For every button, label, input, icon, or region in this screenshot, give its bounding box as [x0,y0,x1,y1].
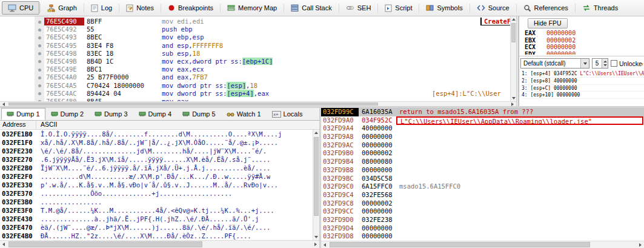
dump-tab-dump-4[interactable]: Dump 4 [133,108,178,120]
dump-row[interactable]: 032FE430..............à..jhä/.Ë..jPF{.H(… [0,215,313,223]
tab-call-stack[interactable]: Call Stack [285,1,338,15]
scroll-left-icon[interactable] [0,241,7,248]
scroll-down-icon[interactable] [511,95,516,101]
tab-graph[interactable]: Graph [41,1,83,15]
breakpoint-bullet-icon[interactable] [35,25,44,33]
scroll-up-icon[interactable] [511,16,516,22]
stack-horizontal-scrollbar[interactable] [321,241,644,248]
breakpoint-bullet-icon[interactable] [35,65,44,73]
dump-row[interactable]: 032FE230\é/.\é/.8å/..............jd\M...… [0,147,313,155]
dump-tab-locals[interactable]: x=Locals [267,108,308,120]
dump-vertical-scrollbar[interactable] [313,130,319,240]
dump-row[interactable]: 032FE370.............Ôöo.............+j.… [0,189,313,198]
dump-panel[interactable]: Dump 1Dump 2Dump 3Dump 4Dump 5Watch 1x=L… [0,108,319,248]
disasm-row[interactable]: 76E5C49583E4 F8and esp,FFFFFFF8 [0,42,510,50]
dump-tab-dump-1[interactable]: Dump 1 [1,108,45,120]
argument-row[interactable]: 4: [esp+10] 00000000 [522,92,644,99]
scrollbar-thumb[interactable] [314,137,319,216]
dump-row[interactable]: 032FE1B0Ì.O.Ì.O.ÿÿÿÿ....8å/........f....… [0,130,313,138]
tab-references[interactable]: References [517,1,574,15]
disasm-row[interactable]: 76E5C4A5C70424 18000000mov dword ptr ss:… [0,82,510,90]
scrollbar-thumb[interactable] [8,102,378,106]
stack-row[interactable]: 032FD9D400000000 [321,224,644,233]
tab-log[interactable]: Log [85,1,118,15]
chevron-down-icon[interactable] [580,59,589,68]
stack-row[interactable]: 032FD9CC00000000 [321,207,644,216]
disasm-row[interactable]: 76E5C49E8BC1mov eax,ecx [0,65,510,73]
stack-row[interactable]: 032FD9B800000000 [321,166,644,175]
scroll-left-icon[interactable] [321,241,328,248]
tab-memory-map[interactable]: Memory Map [221,1,283,15]
argument-row[interactable]: 1: [esp+4] 034F952C L"C:\\Users\\IEUser\… [522,70,644,78]
breakpoint-bullet-icon[interactable] [35,58,44,65]
dump-row[interactable]: 032FE470èä/.(jW¨....@æ/..Þ*jX\M......)j.… [0,223,313,232]
dump-row[interactable]: 032FE1F0xå/.hå/.X\M.8å/.hå/.8å/..jW¨|å/.… [0,138,313,147]
stack-row[interactable]: 032FD9D800000000 [321,232,644,241]
breakpoint-bullet-icon[interactable] [35,42,44,50]
tab-source[interactable]: Source [471,1,516,15]
stack-row[interactable]: 032FD9D0032FE238 [321,216,644,224]
tab-threads[interactable]: Threads [576,1,624,15]
stack-row[interactable]: 032FD9A440000000 [321,124,644,133]
checkbox-icon[interactable] [611,60,617,67]
stack-row[interactable]: 032FD9C06A15FFC0msado15.6A15FFC0 [321,183,644,191]
stack-row[interactable]: 032FD9BC034D5C58 [321,175,644,183]
register-row[interactable]: EAX00000000 [525,30,644,37]
scroll-right-icon[interactable] [509,102,516,106]
breakpoint-bullet-icon[interactable] [35,73,44,81]
disasm-row[interactable]: 76E5C4A025 B77F0000and eax,7FB7 [0,73,510,81]
register-row[interactable]: ECX00000000 [525,44,644,51]
scroll-right-icon[interactable] [637,241,644,248]
dump-row[interactable]: 032FE2B0ÏjW¨X\M....¨é/..6.jÿÿÿÿ.å/.ïÄ.jX… [0,164,313,172]
register-row[interactable]: EBX00000002 [525,37,644,44]
dump-row[interactable]: 032FE4B0ĐÅ......HZ.."2z....\é/....X\M...… [0,232,313,240]
argument-row[interactable]: 3: [esp+C] 00000000 [522,85,644,92]
tab-notes[interactable]: Notes [120,1,160,15]
stack-row[interactable]: 032FD99C6A16035Areturn to msado15.6A1603… [321,108,644,116]
scrollbar-thumb[interactable] [330,242,590,247]
breakpoint-bullet-icon[interactable] [35,82,44,90]
tab-symbols[interactable]: Symbols [420,1,468,15]
hide-fpu-button[interactable]: Hide FPU [528,18,568,28]
scroll-left-icon[interactable] [0,102,7,106]
calling-convention-select[interactable]: Default (stdcall) [520,58,589,69]
disasm-row[interactable]: 76E5C4908BFFmov edi,ediCreateFileW [0,18,510,25]
spinner-arrows-icon[interactable] [602,59,608,68]
tab-seh[interactable]: SEH [340,1,377,15]
tab-cpu[interactable]: CPU [2,1,39,15]
stack-row[interactable]: 032FD9A800000000 [321,133,644,141]
disasm-row[interactable]: 76E5C49B8B4D 1Cmov ecx,dword ptr ss:[ebp… [0,58,510,65]
dump-row[interactable]: 032FE270.6.jÿÿÿÿÅå/.Ë3.jX\M.ïå/.....ÿÿÿÿ… [0,155,313,164]
disasm-row[interactable]: 76E5C4938BECmov ebp,esp [0,33,510,41]
stack-row[interactable]: 032FD9C800000002 [321,199,644,208]
dump-tab-watch-1[interactable]: Watch 1 [221,108,267,120]
tab-script[interactable]: Script [379,1,418,15]
stack-row[interactable]: 032FD9AC00000000 [321,141,644,150]
dump-row[interactable]: 032FE3F0T.M.@å/......¼K...M...........4å… [0,206,313,215]
dump-tab-dump-5[interactable]: Dump 5 [177,108,221,120]
scroll-down-icon[interactable] [313,234,319,240]
dump-horizontal-scrollbar[interactable] [0,240,319,248]
breakpoint-bullet-icon[interactable] [35,90,44,98]
dump-tab-dump-3[interactable]: Dump 3 [89,108,133,120]
stack-panel[interactable]: 032FD99C6A16035Areturn to msado15.6A1603… [321,108,644,248]
dump-row[interactable]: 032FE330p'.w.å/...K.å§.v..M.å§.vĐo|v´å/.… [0,181,313,189]
scroll-right-icon[interactable] [312,241,319,248]
scroll-up-icon[interactable] [313,130,319,136]
scrollbar-thumb[interactable] [511,23,516,42]
register-row[interactable]: EDX00000000 [525,51,644,55]
disasm-horizontal-scrollbar[interactable] [0,101,516,106]
stack-row[interactable]: 032FD9A0034F952CL"C:\\Users\\IEUser\\App… [321,116,644,125]
disasm-row[interactable]: 76E5C49883EC 18sub esp,18 [0,50,510,58]
breakpoint-bullet-icon[interactable] [35,18,44,25]
unlocked-checkbox[interactable]: Unlocked [611,60,643,67]
dump-row[interactable]: 032FE2F0..........d\M..........æ/.X\M.p'… [0,172,313,181]
stack-row[interactable]: 032FD9C4032FE568 [321,191,644,199]
argument-row[interactable]: 2: [esp+8] 40000000 [522,78,644,85]
register-list[interactable]: EAX00000000EBX00000002ECX00000000EDX0000… [519,30,644,55]
breakpoint-bullet-icon[interactable] [35,33,44,41]
dump-row[interactable]: 032FE3B0................ [0,198,313,206]
disasm-vertical-scrollbar[interactable] [510,16,516,101]
arg-count-spinner[interactable]: 5 [592,58,608,69]
disassembly-panel[interactable]: 76E5C4908BFFmov edi,ediCreateFileW76E5C4… [0,16,516,106]
